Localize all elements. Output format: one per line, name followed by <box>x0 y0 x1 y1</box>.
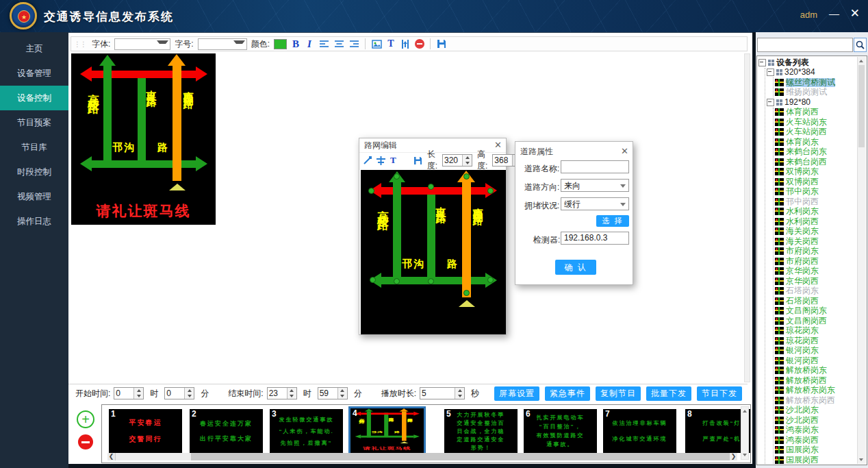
delete-button[interactable] <box>415 39 424 49</box>
save-icon[interactable] <box>436 38 447 49</box>
close-icon[interactable]: ✕ <box>494 140 502 150</box>
device-item[interactable]: 京华岗西 <box>775 276 858 286</box>
playbar-button-2[interactable]: 紧急事件 <box>545 386 590 401</box>
scroll-down-icon[interactable] <box>741 452 748 458</box>
insert-image-icon[interactable] <box>371 38 382 49</box>
step-down-icon[interactable] <box>134 393 143 399</box>
search-button[interactable] <box>854 38 867 52</box>
confirm-button[interactable]: 确 认 <box>555 260 596 275</box>
sidebar-item-7[interactable]: 视频管理 <box>0 184 68 209</box>
device-item[interactable]: 琼花岗西 <box>775 336 858 346</box>
device-item[interactable]: 螺丝湾桥测试 <box>775 77 858 88</box>
color-swatch[interactable] <box>274 39 287 49</box>
device-item[interactable]: 解放桥东岗西 <box>775 395 858 406</box>
remove-program-button[interactable] <box>78 434 93 449</box>
device-item[interactable]: 水利岗东 <box>775 207 858 217</box>
align-center-icon[interactable] <box>333 38 344 49</box>
device-item[interactable]: 解放桥岗东 <box>775 366 858 376</box>
strip-vertical-scrollbar[interactable] <box>741 406 749 460</box>
program-thumbnail-5[interactable]: 5大力开展秋冬季交通安全整治百日会战，全力稳定道路交通安全形势！ <box>444 409 518 453</box>
device-item[interactable]: 解放桥东岗东 <box>775 386 858 396</box>
scroll-left-icon[interactable]: ❮ <box>107 453 115 460</box>
tree-vertical-scrollbar[interactable] <box>857 57 866 464</box>
sidebar-item-1[interactable]: 主页 <box>0 36 68 61</box>
device-item[interactable]: 火车站岗西 <box>775 127 858 138</box>
device-item[interactable]: 市府岗东 <box>775 247 858 257</box>
device-item[interactable]: 体育岗西 <box>775 108 858 118</box>
italic-button[interactable]: I <box>305 38 314 50</box>
road-direction-select[interactable]: 来向 <box>561 179 629 192</box>
step-up-icon[interactable] <box>455 388 464 393</box>
sidebar-item-8[interactable]: 操作日志 <box>0 209 68 234</box>
congestion-select[interactable]: 缓行 <box>561 197 629 210</box>
step-up-icon[interactable] <box>185 388 194 393</box>
align-right-icon[interactable] <box>348 38 359 49</box>
step-down-icon[interactable] <box>288 393 296 399</box>
device-item[interactable]: 体育岗东 <box>775 137 858 147</box>
select-detector-button[interactable]: 选 择 <box>596 215 629 227</box>
scrollbar-thumb[interactable] <box>116 453 191 460</box>
road-network-tool-icon[interactable] <box>400 38 411 49</box>
save-icon[interactable] <box>413 155 422 166</box>
step-down-icon[interactable] <box>463 160 472 166</box>
expand-collapse-icon[interactable] <box>767 99 774 106</box>
window-close-icon[interactable]: ✕ <box>850 6 860 21</box>
edit-handle[interactable] <box>428 184 434 190</box>
sidebar-item-6[interactable]: 时段控制 <box>0 160 68 184</box>
playbar-button-5[interactable]: 节目下发 <box>697 386 742 401</box>
end-minute-stepper[interactable]: 59 <box>318 387 348 399</box>
sidebar-item-2[interactable]: 设备管理 <box>0 61 68 86</box>
device-item[interactable]: 京华岗东 <box>775 267 858 277</box>
device-item[interactable]: 鸿泰岗东 <box>775 426 858 436</box>
device-item[interactable]: 银河岗西 <box>775 356 858 366</box>
device-item[interactable]: 银河岗东 <box>775 346 858 356</box>
scroll-down-icon[interactable] <box>858 456 865 463</box>
step-down-icon[interactable] <box>338 393 347 399</box>
playbar-button-3[interactable]: 复制节目 <box>596 386 641 401</box>
device-item[interactable]: 水利岗西 <box>775 217 858 227</box>
device-item[interactable]: 火车站岗东 <box>775 117 858 127</box>
tree-root[interactable]: 设备列表 <box>758 58 858 68</box>
start-minute-stepper[interactable]: 0 <box>164 387 194 399</box>
scroll-right-icon[interactable]: ❯ <box>730 453 737 460</box>
window-minimize-icon[interactable]: — <box>829 8 839 19</box>
scrollbar-thumb[interactable] <box>858 65 865 147</box>
device-item[interactable]: 琼花岗东 <box>775 326 858 336</box>
step-down-icon[interactable] <box>455 393 464 399</box>
device-item[interactable]: 维扬岗测试 <box>775 88 858 98</box>
text-tool-button[interactable]: T <box>386 38 396 49</box>
tree-group-192*80[interactable]: 192*80 <box>767 97 858 108</box>
device-item[interactable]: 鸿泰岗西 <box>775 435 858 445</box>
device-item[interactable]: 文昌阁岗西 <box>775 316 858 326</box>
device-item[interactable]: 石塔岗西 <box>775 296 858 306</box>
detector-field[interactable]: 192.168.0.3 <box>561 232 629 245</box>
font-size-select[interactable] <box>198 38 247 50</box>
sign-preview-canvas[interactable]: 高桥路史可法路瘦西湖路邗沟路请礼让斑马线 <box>71 53 216 225</box>
device-item[interactable]: 沙北岗西 <box>775 415 858 426</box>
playbar-button-1[interactable]: 屏幕设置 <box>494 386 539 401</box>
draw-line-icon[interactable] <box>363 155 372 166</box>
device-item[interactable]: 沙北岗东 <box>775 406 858 416</box>
device-item[interactable]: 国展岗东 <box>775 445 858 456</box>
tree-group-320*384[interactable]: 320*384 <box>767 68 858 78</box>
cross-road-icon[interactable] <box>376 155 385 166</box>
scroll-up-icon[interactable] <box>858 58 865 64</box>
device-item[interactable]: 国展岗西 <box>775 455 858 465</box>
road-network-edit-canvas[interactable]: 高桥路史可法路瘦西湖路邗沟路 <box>361 170 506 334</box>
step-up-icon[interactable] <box>134 388 143 393</box>
program-thumbnail-1[interactable]: 1平安春运交警同行 <box>109 409 182 453</box>
edit-handle[interactable] <box>394 278 400 284</box>
device-item[interactable]: 邗中岗东 <box>775 187 858 197</box>
font-select[interactable] <box>114 38 170 50</box>
edit-handle[interactable] <box>428 278 434 284</box>
step-up-icon[interactable] <box>338 388 347 393</box>
device-item[interactable]: 文昌阁岗东 <box>775 306 858 317</box>
align-left-icon[interactable] <box>318 38 329 49</box>
strip-horizontal-scrollbar[interactable]: ❮ ❯ <box>107 453 737 460</box>
device-item[interactable]: 邗中岗西 <box>775 197 858 207</box>
edit-handle[interactable] <box>368 188 374 194</box>
edit-handle[interactable] <box>463 290 470 296</box>
device-item[interactable]: 石塔岗东 <box>775 286 858 297</box>
device-item[interactable]: 双博岗西 <box>775 177 858 187</box>
close-icon[interactable]: ✕ <box>621 146 628 156</box>
